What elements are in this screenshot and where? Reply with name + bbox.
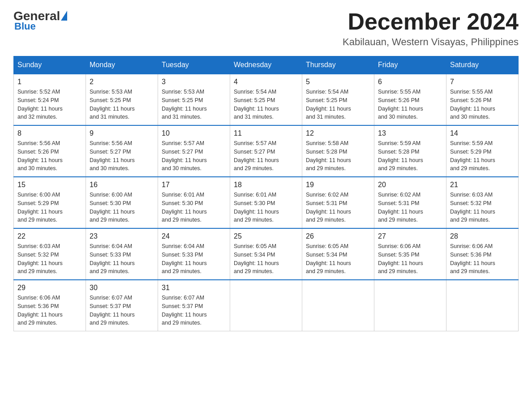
day-number: 24 [162,232,226,240]
weekday-header-saturday: Saturday [446,56,519,74]
day-number: 22 [17,232,82,240]
calendar-cell: 26Sunrise: 6:05 AMSunset: 5:34 PMDayligh… [302,228,374,280]
day-detail: Sunrise: 5:52 AMSunset: 5:24 PMDaylight:… [17,88,82,121]
day-detail: Sunrise: 6:04 AMSunset: 5:33 PMDaylight:… [162,242,226,276]
day-detail: Sunrise: 6:06 AMSunset: 5:36 PMDaylight:… [450,242,515,276]
day-number: 13 [378,129,442,137]
calendar-cell: 29Sunrise: 6:06 AMSunset: 5:36 PMDayligh… [14,280,86,331]
day-detail: Sunrise: 5:57 AMSunset: 5:27 PMDaylight:… [162,139,226,173]
day-number: 11 [234,129,298,137]
calendar-cell: 6Sunrise: 5:55 AMSunset: 5:26 PMDaylight… [374,74,446,125]
calendar-cell: 15Sunrise: 6:00 AMSunset: 5:29 PMDayligh… [14,177,86,228]
day-number: 26 [306,232,370,240]
day-detail: Sunrise: 5:55 AMSunset: 5:26 PMDaylight:… [378,88,442,121]
calendar-cell [374,280,446,331]
day-detail: Sunrise: 6:02 AMSunset: 5:31 PMDaylight:… [378,191,442,224]
weekday-header-friday: Friday [374,56,446,74]
day-number: 9 [90,129,154,137]
day-number: 19 [306,181,370,189]
calendar-cell: 17Sunrise: 6:01 AMSunset: 5:30 PMDayligh… [158,177,230,228]
calendar-cell: 25Sunrise: 6:05 AMSunset: 5:34 PMDayligh… [230,228,302,280]
day-detail: Sunrise: 6:01 AMSunset: 5:30 PMDaylight:… [162,191,226,224]
logo: General Blue [13,9,67,32]
calendar-cell: 16Sunrise: 6:00 AMSunset: 5:30 PMDayligh… [86,177,158,228]
day-detail: Sunrise: 5:59 AMSunset: 5:29 PMDaylight:… [450,139,515,173]
day-detail: Sunrise: 5:56 AMSunset: 5:27 PMDaylight:… [90,139,154,173]
day-detail: Sunrise: 5:58 AMSunset: 5:28 PMDaylight:… [306,139,370,173]
day-detail: Sunrise: 5:59 AMSunset: 5:28 PMDaylight:… [378,139,442,173]
day-detail: Sunrise: 6:02 AMSunset: 5:31 PMDaylight:… [306,191,370,224]
day-number: 12 [306,129,370,137]
calendar-cell: 2Sunrise: 5:53 AMSunset: 5:25 PMDaylight… [86,74,158,125]
day-number: 1 [17,78,82,86]
day-number: 18 [234,181,298,189]
day-number: 6 [378,78,442,86]
day-detail: Sunrise: 6:06 AMSunset: 5:36 PMDaylight:… [17,294,82,327]
calendar-cell [302,280,374,331]
calendar-cell: 12Sunrise: 5:58 AMSunset: 5:28 PMDayligh… [302,125,374,177]
calendar-cell: 23Sunrise: 6:04 AMSunset: 5:33 PMDayligh… [86,228,158,280]
day-detail: Sunrise: 6:03 AMSunset: 5:32 PMDaylight:… [17,242,82,276]
day-detail: Sunrise: 6:00 AMSunset: 5:30 PMDaylight:… [90,191,154,224]
calendar-week-row: 29Sunrise: 6:06 AMSunset: 5:36 PMDayligh… [14,280,519,331]
calendar-week-row: 8Sunrise: 5:56 AMSunset: 5:26 PMDaylight… [14,125,519,177]
calendar-cell: 11Sunrise: 5:57 AMSunset: 5:27 PMDayligh… [230,125,302,177]
day-detail: Sunrise: 6:05 AMSunset: 5:34 PMDaylight:… [306,242,370,276]
day-detail: Sunrise: 5:56 AMSunset: 5:26 PMDaylight:… [17,139,82,173]
calendar-cell: 28Sunrise: 6:06 AMSunset: 5:36 PMDayligh… [446,228,519,280]
day-detail: Sunrise: 6:00 AMSunset: 5:29 PMDaylight:… [17,191,82,224]
day-detail: Sunrise: 5:53 AMSunset: 5:25 PMDaylight:… [162,88,226,121]
calendar-cell: 13Sunrise: 5:59 AMSunset: 5:28 PMDayligh… [374,125,446,177]
calendar-cell: 24Sunrise: 6:04 AMSunset: 5:33 PMDayligh… [158,228,230,280]
day-detail: Sunrise: 6:05 AMSunset: 5:34 PMDaylight:… [234,242,298,276]
calendar-cell: 1Sunrise: 5:52 AMSunset: 5:24 PMDaylight… [14,74,86,125]
calendar-cell: 8Sunrise: 5:56 AMSunset: 5:26 PMDaylight… [14,125,86,177]
calendar-week-row: 15Sunrise: 6:00 AMSunset: 5:29 PMDayligh… [14,177,519,228]
day-number: 23 [90,232,154,240]
day-number: 3 [162,78,226,86]
day-detail: Sunrise: 5:55 AMSunset: 5:26 PMDaylight:… [450,88,515,121]
day-detail: Sunrise: 6:06 AMSunset: 5:35 PMDaylight:… [378,242,442,276]
day-number: 5 [306,78,370,86]
calendar-cell: 5Sunrise: 5:54 AMSunset: 5:25 PMDaylight… [302,74,374,125]
day-detail: Sunrise: 5:54 AMSunset: 5:25 PMDaylight:… [234,88,298,121]
day-detail: Sunrise: 6:07 AMSunset: 5:37 PMDaylight:… [162,294,226,327]
day-number: 2 [90,78,154,86]
day-number: 14 [450,129,515,137]
day-number: 21 [450,181,515,189]
calendar-cell: 30Sunrise: 6:07 AMSunset: 5:37 PMDayligh… [86,280,158,331]
day-detail: Sunrise: 5:54 AMSunset: 5:25 PMDaylight:… [306,88,370,121]
calendar-cell: 20Sunrise: 6:02 AMSunset: 5:31 PMDayligh… [374,177,446,228]
day-number: 31 [162,284,226,292]
day-number: 10 [162,129,226,137]
day-number: 8 [17,129,82,137]
weekday-header-tuesday: Tuesday [158,56,230,74]
calendar-cell: 7Sunrise: 5:55 AMSunset: 5:26 PMDaylight… [446,74,519,125]
day-number: 7 [450,78,515,86]
calendar-cell: 3Sunrise: 5:53 AMSunset: 5:25 PMDaylight… [158,74,230,125]
location-title: Kabilauan, Western Visayas, Philippines [343,36,519,48]
calendar-cell: 31Sunrise: 6:07 AMSunset: 5:37 PMDayligh… [158,280,230,331]
day-detail: Sunrise: 6:04 AMSunset: 5:33 PMDaylight:… [90,242,154,276]
calendar-cell: 19Sunrise: 6:02 AMSunset: 5:31 PMDayligh… [302,177,374,228]
day-detail: Sunrise: 6:07 AMSunset: 5:37 PMDaylight:… [90,294,154,327]
calendar-cell [446,280,519,331]
calendar-cell: 9Sunrise: 5:56 AMSunset: 5:27 PMDaylight… [86,125,158,177]
day-number: 28 [450,232,515,240]
calendar-cell: 14Sunrise: 5:59 AMSunset: 5:29 PMDayligh… [446,125,519,177]
weekday-header-wednesday: Wednesday [230,56,302,74]
day-number: 16 [90,181,154,189]
calendar-table: SundayMondayTuesdayWednesdayThursdayFrid… [13,56,519,331]
calendar-cell: 4Sunrise: 5:54 AMSunset: 5:25 PMDaylight… [230,74,302,125]
weekday-header-monday: Monday [86,56,158,74]
calendar-cell: 10Sunrise: 5:57 AMSunset: 5:27 PMDayligh… [158,125,230,177]
calendar-week-row: 22Sunrise: 6:03 AMSunset: 5:32 PMDayligh… [14,228,519,280]
calendar-week-row: 1Sunrise: 5:52 AMSunset: 5:24 PMDaylight… [14,74,519,125]
day-detail: Sunrise: 6:01 AMSunset: 5:30 PMDaylight:… [234,191,298,224]
calendar-cell: 18Sunrise: 6:01 AMSunset: 5:30 PMDayligh… [230,177,302,228]
day-number: 4 [234,78,298,86]
day-number: 30 [90,284,154,292]
calendar-cell: 21Sunrise: 6:03 AMSunset: 5:32 PMDayligh… [446,177,519,228]
logo-triangle-icon [61,11,67,21]
month-title: December 2024 [343,9,519,34]
